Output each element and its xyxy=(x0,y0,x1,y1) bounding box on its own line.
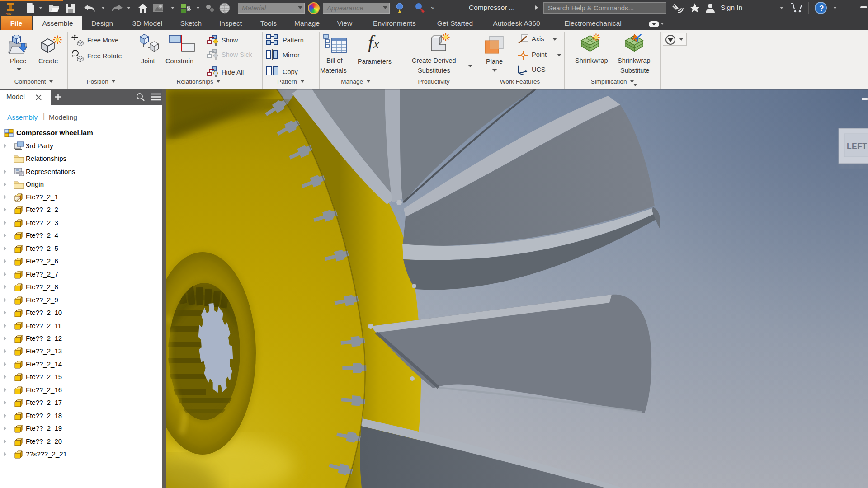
svg-text:LEFT: LEFT xyxy=(847,142,867,151)
svg-text:PRO: PRO xyxy=(5,12,12,15)
